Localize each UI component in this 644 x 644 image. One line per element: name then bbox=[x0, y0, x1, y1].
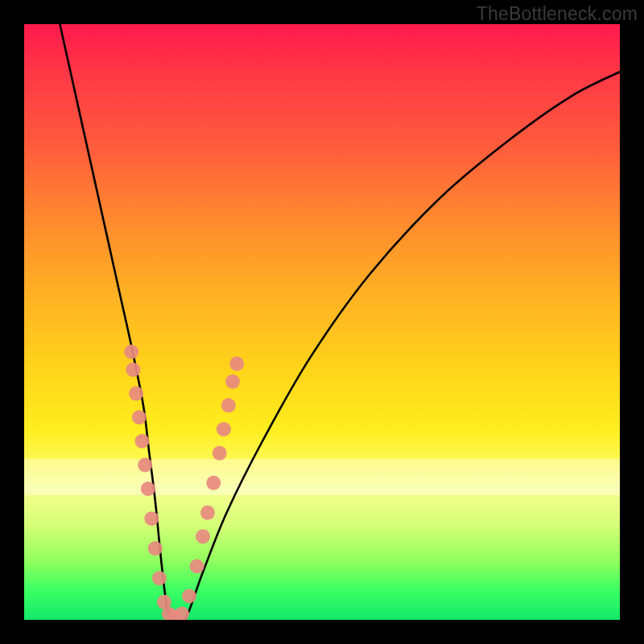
highlight-dot bbox=[190, 559, 204, 573]
highlight-dot bbox=[182, 588, 196, 603]
bottleneck-curve bbox=[60, 24, 620, 620]
watermark-text: TheBottleneck.com bbox=[477, 3, 638, 25]
plot-area bbox=[24, 24, 620, 620]
curve-layer bbox=[24, 24, 620, 620]
highlight-dots bbox=[124, 345, 244, 620]
highlight-dot bbox=[141, 481, 155, 496]
highlight-dot bbox=[200, 506, 215, 520]
highlight-dot bbox=[132, 410, 147, 424]
highlight-dot bbox=[126, 362, 140, 377]
highlight-dot bbox=[217, 422, 231, 436]
highlight-dot bbox=[152, 571, 167, 585]
highlight-dot bbox=[138, 458, 152, 473]
highlight-dot bbox=[225, 374, 240, 389]
highlight-dot bbox=[135, 434, 150, 448]
highlight-dot bbox=[221, 398, 236, 413]
highlight-dot bbox=[206, 476, 221, 490]
chart-container: TheBottleneck.com bbox=[0, 0, 644, 644]
highlight-dot bbox=[129, 386, 143, 401]
highlight-dot bbox=[213, 446, 227, 460]
highlight-dot bbox=[196, 529, 210, 543]
highlight-dot bbox=[124, 345, 138, 359]
highlight-dot bbox=[175, 607, 189, 620]
highlight-dot bbox=[148, 541, 163, 555]
highlight-dot bbox=[229, 357, 244, 371]
highlight-dot bbox=[144, 511, 159, 526]
